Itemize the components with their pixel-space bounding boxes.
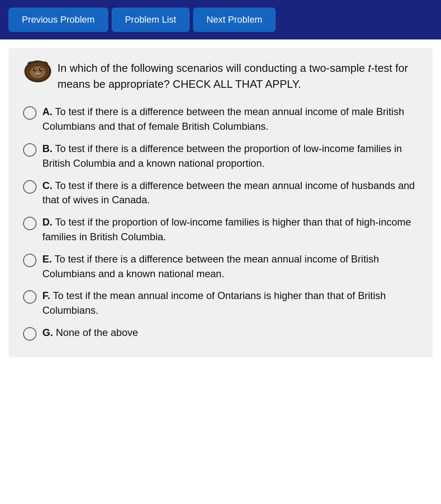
checkbox-d[interactable] — [23, 217, 37, 230]
next-problem-button[interactable]: Next Problem — [193, 8, 276, 32]
checkbox-f[interactable] — [23, 290, 37, 304]
option-f-label: F. To test if the mean annual income of … — [42, 289, 418, 318]
question-icon — [23, 59, 52, 84]
svg-point-4 — [30, 66, 45, 78]
svg-point-8 — [41, 69, 42, 70]
checkbox-e[interactable] — [23, 254, 37, 267]
option-e: E. To test if there is a difference betw… — [23, 252, 418, 281]
question-header: In which of the following scenarios will… — [23, 60, 418, 92]
question-container: In which of the following scenarios will… — [8, 48, 433, 357]
question-text: In which of the following scenarios will… — [57, 60, 418, 92]
option-g: G. None of the above — [23, 326, 418, 341]
checkbox-a[interactable] — [23, 106, 37, 120]
option-e-label: E. To test if there is a difference betw… — [42, 252, 418, 281]
navigation-bar: Previous Problem Problem List Next Probl… — [0, 0, 441, 39]
option-c: C. To test if there is a difference betw… — [23, 178, 418, 208]
option-a: A. To test if there is a difference betw… — [23, 105, 418, 134]
previous-problem-button[interactable]: Previous Problem — [8, 8, 108, 32]
options-list: A. To test if there is a difference betw… — [23, 105, 418, 341]
option-d: D. To test if the proportion of low-inco… — [23, 215, 418, 244]
problem-list-button[interactable]: Problem List — [112, 8, 190, 32]
option-b: B. To test if there is a difference betw… — [23, 142, 418, 171]
checkbox-g[interactable] — [23, 327, 37, 341]
option-g-label: G. None of the above — [42, 326, 418, 340]
checkbox-c[interactable] — [23, 180, 37, 194]
checkbox-b[interactable] — [23, 143, 37, 157]
option-c-label: C. To test if there is a difference betw… — [42, 178, 418, 208]
svg-point-7 — [35, 69, 36, 70]
option-f: F. To test if the mean annual income of … — [23, 289, 418, 318]
option-a-label: A. To test if there is a difference betw… — [42, 105, 418, 134]
option-b-label: B. To test if there is a difference betw… — [42, 142, 418, 171]
option-d-label: D. To test if the proportion of low-inco… — [42, 215, 418, 244]
